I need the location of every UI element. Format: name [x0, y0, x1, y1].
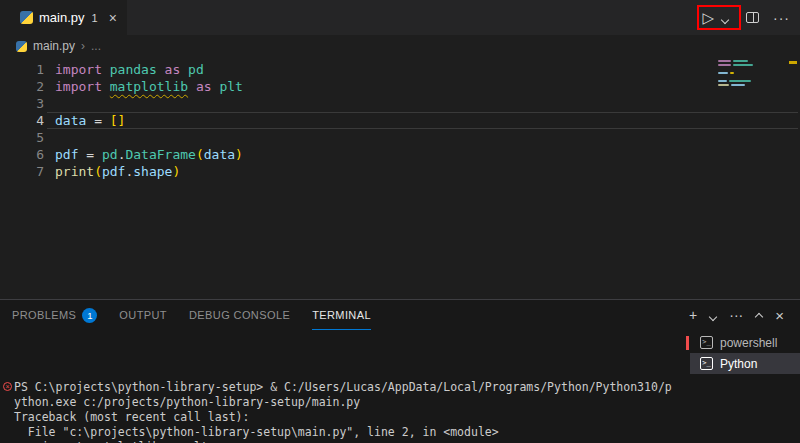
- panel-tab-terminal[interactable]: TERMINAL: [312, 300, 371, 330]
- line-number: 4: [0, 112, 44, 129]
- terminal-tab-label: powershell: [720, 336, 777, 350]
- tab-main-py[interactable]: main.py 1 ×: [0, 0, 127, 35]
- bottom-panel: PROBLEMS 1 OUTPUT DEBUG CONSOLE TERMINAL…: [0, 299, 800, 443]
- panel-tab-debug-console[interactable]: DEBUG CONSOLE: [189, 300, 290, 330]
- line-number: 5: [0, 129, 44, 146]
- breadcrumb-file[interactable]: main.py: [33, 39, 75, 53]
- terminal-tabs-list: >_ powershell >_ Python: [690, 330, 800, 443]
- code-editor[interactable]: 1import pandas as pd2import matplotlib a…: [0, 57, 800, 299]
- terminal-text: PS C:\projects\python-library-setup> & C…: [14, 380, 672, 394]
- line-number: 6: [0, 146, 44, 163]
- terminal-output[interactable]: ×PS C:\projects\python-library-setup> & …: [0, 330, 690, 443]
- panel-tab-output[interactable]: OUTPUT: [119, 300, 167, 330]
- code-line: 4data = []: [0, 112, 800, 129]
- panel-tab-label: TERMINAL: [312, 309, 371, 321]
- overview-ruler-warning-marker: [789, 61, 797, 64]
- code-text: data = []: [44, 112, 800, 129]
- code-line: 7print(pdf.shape): [0, 163, 800, 180]
- code-text: pdf = pd.DataFrame(data): [44, 146, 800, 163]
- close-panel-icon[interactable]: ×: [775, 307, 784, 324]
- code-lines: 1import pandas as pd2import matplotlib a…: [0, 57, 800, 180]
- line-number: 1: [0, 61, 44, 78]
- panel-body: ×PS C:\projects\python-library-setup> & …: [0, 330, 800, 443]
- maximize-panel-icon[interactable]: [756, 306, 762, 324]
- terminal-tab-python[interactable]: >_ Python: [690, 353, 800, 374]
- terminal-line: ython.exe c:/projects/python-library-set…: [14, 395, 690, 410]
- terminal-line: Traceback (most recent call last):: [14, 410, 690, 425]
- code-line: 3: [0, 95, 800, 112]
- python-file-icon: [16, 41, 27, 52]
- code-text: [44, 95, 800, 112]
- terminal-tab-powershell[interactable]: >_ powershell: [690, 332, 800, 353]
- tab-badge: 1: [92, 12, 98, 24]
- minimap[interactable]: [718, 60, 784, 88]
- panel-tab-label: PROBLEMS: [12, 309, 76, 321]
- breadcrumb-symbol[interactable]: ...: [91, 39, 101, 53]
- panel-tab-problems[interactable]: PROBLEMS 1: [12, 300, 97, 330]
- panel-header: PROBLEMS 1 OUTPUT DEBUG CONSOLE TERMINAL…: [0, 300, 800, 330]
- command-failed-decoration: [686, 336, 689, 350]
- editor-tab-bar: main.py 1 × ▷ ···: [0, 0, 800, 35]
- code-text: print(pdf.shape): [44, 163, 800, 180]
- problems-count-badge: 1: [82, 308, 97, 323]
- tab-label: main.py: [39, 10, 85, 25]
- python-file-icon: [20, 11, 33, 24]
- panel-actions: + ··· ×: [689, 306, 800, 324]
- terminal-text: ython.exe c:/projects/python-library-set…: [14, 395, 360, 409]
- terminal-tab-label: Python: [720, 357, 757, 371]
- code-text: import matplotlib as plt: [44, 78, 800, 95]
- tab-close-icon[interactable]: ×: [109, 10, 117, 26]
- panel-tab-label: OUTPUT: [119, 309, 167, 321]
- command-failed-icon: ×: [3, 382, 12, 391]
- panel-more-actions-icon[interactable]: ···: [729, 308, 743, 322]
- breadcrumb: main.py › ...: [0, 35, 800, 57]
- code-line: 5: [0, 129, 800, 146]
- run-dropdown-chevron-icon[interactable]: [722, 9, 728, 27]
- run-button[interactable]: ▷: [702, 10, 714, 25]
- terminal-text: Traceback (most recent call last):: [14, 410, 249, 424]
- more-actions-icon[interactable]: ···: [773, 10, 790, 26]
- code-line: 2import matplotlib as plt: [0, 78, 800, 95]
- terminal-icon: >_: [700, 336, 713, 349]
- panel-tab-label: DEBUG CONSOLE: [189, 309, 290, 321]
- editor-actions: ▷ ···: [702, 0, 790, 35]
- code-line: 6pdf = pd.DataFrame(data): [0, 146, 800, 163]
- breadcrumb-separator-icon: ›: [81, 39, 85, 53]
- code-line: 1import pandas as pd: [0, 61, 800, 78]
- line-number: 7: [0, 163, 44, 180]
- terminal-line: ×PS C:\projects\python-library-setup> & …: [14, 380, 690, 395]
- new-terminal-icon[interactable]: +: [689, 308, 697, 322]
- terminal-profile-chevron-icon[interactable]: [710, 306, 716, 324]
- code-text: [44, 129, 800, 146]
- line-number: 2: [0, 78, 44, 95]
- code-text: import pandas as pd: [44, 61, 800, 78]
- terminal-line: File "c:\projects\python-library-setup\m…: [14, 425, 690, 440]
- split-editor-icon[interactable]: [746, 12, 759, 23]
- line-number: 3: [0, 95, 44, 112]
- terminal-icon: >_: [700, 357, 713, 370]
- terminal-text: File "c:\projects\python-library-setup\m…: [14, 425, 499, 439]
